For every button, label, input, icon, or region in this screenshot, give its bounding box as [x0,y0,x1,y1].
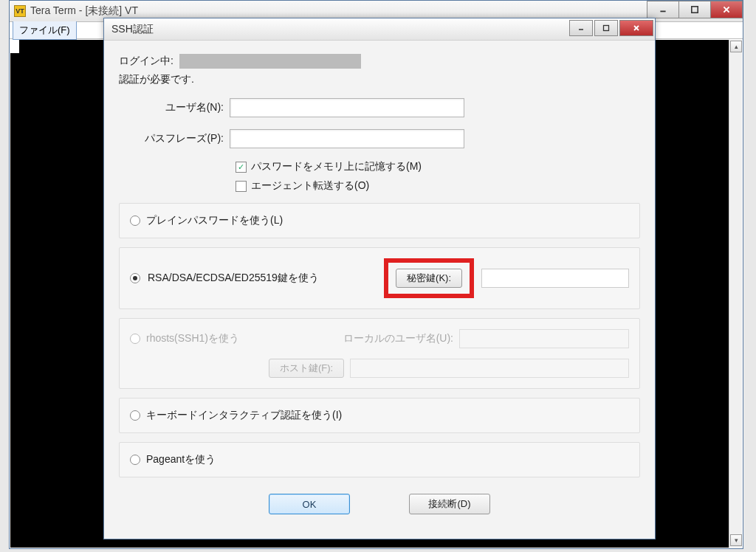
ssh-auth-dialog: SSH認証 ログイン中: 認証が必要です. ユーザ名(N): パスフレーズ(P)… [103,18,656,539]
disconnect-button[interactable]: 接続断(D) [409,494,490,514]
close-button[interactable] [710,1,743,18]
vt-icon: VT [14,5,26,17]
private-key-path-input[interactable] [481,269,629,288]
radio-rhosts-label: rhosts(SSH1)を使う [146,332,239,345]
svg-rect-5 [604,26,609,31]
radio-plain-password[interactable] [130,215,140,226]
auth-key-group: RSA/DSA/ECDSA/ED25519鍵を使う 秘密鍵(K): [119,247,640,309]
ok-button[interactable]: OK [269,494,350,514]
agent-forwarding-checkbox[interactable] [236,181,247,192]
private-key-button[interactable]: 秘密鍵(K): [396,269,462,288]
radio-rsa-key[interactable] [130,273,140,283]
dialog-title: SSH認証 [111,23,154,36]
login-line: ログイン中: [119,54,640,69]
scroll-down-icon[interactable]: ▾ [730,534,742,546]
username-input[interactable] [230,98,464,117]
cursor-block [10,40,19,53]
auth-keyboard-group: キーボードインタラクティブ認証を使う(I) [119,398,640,433]
remember-password-checkbox[interactable] [236,162,247,173]
radio-pageant[interactable] [130,455,140,465]
svg-rect-1 [692,7,698,13]
dialog-minimize-button[interactable] [569,20,593,36]
dialog-body: ログイン中: 認証が必要です. ユーザ名(N): パスフレーズ(P): パスワー… [104,41,655,522]
menu-file[interactable]: ファイル(F) [13,21,77,40]
dialog-close-button[interactable] [619,20,653,36]
scroll-up-icon[interactable]: ▴ [730,41,742,52]
auth-rhosts-group: rhosts(SSH1)を使う ローカルのユーザ名(U): ホスト鍵(F): [119,318,640,389]
host-key-path-input [350,359,629,378]
radio-plain-password-label: プレインパスワードを使う(L) [146,214,283,227]
dialog-titlebar: SSH認証 [104,18,655,41]
local-username-input [459,329,629,348]
radio-pageant-label: Pageantを使う [146,453,216,466]
auth-plain-group: プレインパスワードを使う(L) [119,203,640,238]
passphrase-input[interactable] [230,129,464,148]
login-host-redacted [179,54,361,69]
dialog-maximize-button[interactable] [594,20,618,36]
teraterm-title: Tera Term - [未接続] VT [30,4,138,18]
radio-keyboard-interactive-label: キーボードインタラクティブ認証を使う(I) [146,409,342,422]
login-prefix-label: ログイン中: [119,55,173,68]
auth-pageant-group: Pageantを使う [119,442,640,477]
maximize-button[interactable] [678,1,711,18]
private-key-highlight: 秘密鍵(K): [384,258,474,298]
minimize-button[interactable] [647,1,679,18]
radio-rhosts [130,334,140,344]
vertical-scrollbar[interactable]: ▴ ▾ [729,40,742,548]
radio-keyboard-interactive[interactable] [130,410,140,421]
remember-password-label: パスワードをメモリ上に記憶する(M) [251,160,422,173]
host-key-button: ホスト鍵(F): [269,359,344,378]
auth-required-label: 認証が必要です. [119,73,640,86]
agent-forwarding-label: エージェント転送する(O) [251,179,369,193]
local-username-label: ローカルのユーザ名(U): [343,332,453,345]
radio-rsa-key-label: RSA/DSA/ECDSA/ED25519鍵を使う [148,272,319,285]
username-label: ユーザ名(N): [119,101,230,114]
passphrase-label: パスフレーズ(P): [119,132,230,145]
